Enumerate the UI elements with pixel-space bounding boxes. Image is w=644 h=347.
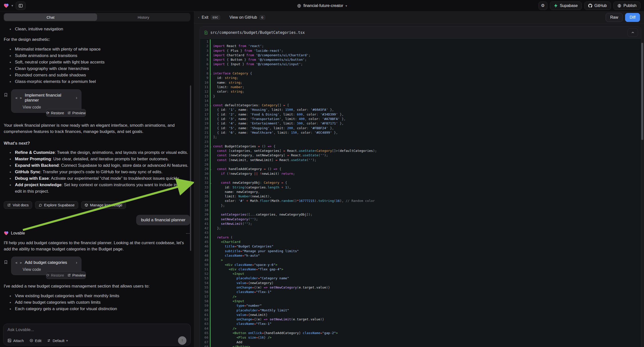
code-line: 61 value={newLimit} [200, 313, 641, 317]
code-line: 35 limit: Number(newLimit), [200, 194, 641, 199]
list-item: View existing budget categories with the… [8, 293, 190, 299]
code-icon: < > [16, 261, 22, 264]
code-line: 68 </Button> [200, 344, 641, 347]
code-line: 65 <Button onClick={handleAddCategory} c… [200, 331, 641, 335]
supabase-icon [554, 4, 558, 8]
chevron-down-icon[interactable]: ▾ [12, 4, 13, 8]
code-editor[interactable]: 12import React from 'react';3import { Pl… [200, 38, 641, 347]
line-number: 54 [200, 281, 210, 285]
code-line: 52 <Input [200, 272, 641, 276]
code-line: 51 <div className="flex gap-4"> [200, 267, 641, 272]
restore-button[interactable]: ⟳ Restore [46, 273, 64, 278]
code-line: 56 className="flex-1" [200, 290, 641, 294]
line-number: 61 [200, 313, 210, 317]
file-header[interactable]: src/components/budget/BudgetCategories.t… [200, 27, 641, 38]
list-item: Add project knowledge: Set key context o… [8, 182, 190, 195]
prompt-input[interactable] [8, 327, 186, 332]
added-paragraph: I've added a new budget categories manag… [4, 283, 190, 289]
restore-icon: ⟳ [46, 273, 50, 278]
target-icon [29, 338, 33, 342]
restore-button[interactable]: ⟳ Restore [46, 111, 64, 115]
list-item: Soft, neutral color palette with light b… [8, 59, 190, 66]
code-line: 11 limit: number; [200, 85, 641, 89]
collapse-file-button[interactable] [628, 28, 638, 37]
sidebar-toggle-button[interactable] [16, 2, 26, 10]
line-number: 45 [200, 240, 210, 244]
code-line: 41 setNewLimit(''); [200, 222, 641, 226]
send-button[interactable]: ↑ [178, 336, 186, 345]
publish-button[interactable]: Publish [614, 2, 640, 10]
message-menu-button[interactable]: ⋯ [186, 231, 190, 236]
line-number: 48 [200, 254, 210, 258]
chevron-left-icon: ‹ [198, 16, 199, 19]
preview-button[interactable]: Preview [68, 273, 86, 277]
preview-button[interactable]: Preview [68, 111, 86, 115]
code-line: 29 const handleAddCategory = () => { [200, 167, 641, 171]
list-item: Add new budget categories with custom li… [8, 299, 190, 306]
line-number: 33 [200, 185, 210, 190]
code-line: 44 return ( [200, 235, 641, 240]
restore-icon: ⟳ [46, 111, 50, 115]
attach-button[interactable]: Attach [8, 338, 24, 343]
manage-knowledge-button[interactable]: Manage knowledge [81, 201, 126, 209]
raw-tab-button[interactable]: Raw [606, 13, 622, 22]
line-number: 43 [200, 230, 210, 235]
visit-docs-button[interactable]: Visit docs [4, 201, 32, 209]
diff-tab-button[interactable]: Diff [625, 13, 640, 22]
code-line: 43 [200, 230, 641, 235]
code-scrollbar[interactable] [641, 43, 643, 140]
line-number: 47 [200, 249, 210, 254]
chat-scrollbar[interactable] [190, 86, 191, 251]
code-line: 34 name: newCategory, [200, 190, 641, 194]
arrow-up-icon: ↑ [181, 338, 184, 343]
image-icon [8, 338, 12, 342]
line-number: 46 [200, 244, 210, 249]
lovable-logo-icon[interactable] [4, 3, 9, 8]
line-number: 31 [200, 176, 210, 180]
list-item: Clean, intuitive navigation [8, 26, 190, 32]
exit-button[interactable]: ‹ Exit ESC [198, 15, 220, 20]
code-line: 8interface Category { [200, 71, 641, 76]
code-line: 7 [200, 67, 641, 71]
code-line: 10 name: string; [200, 80, 641, 85]
edit-mode-button[interactable]: Edit [29, 338, 42, 343]
version-toolbar: ⟳ Restore Preview [46, 109, 86, 117]
code-line: 25 const [categories, setCategories] = R… [200, 148, 641, 153]
line-number: 35 [200, 194, 210, 199]
line-number: 56 [200, 290, 210, 294]
project-switcher[interactable]: financial-future-creator ▾ [297, 0, 347, 12]
code-line: 50 <div className="space-y-6"> [200, 262, 641, 267]
bookmark-icon[interactable] [4, 260, 8, 264]
line-number: 55 [200, 285, 210, 290]
line-number: 32 [200, 180, 210, 185]
line-number: 10 [200, 80, 210, 85]
list-item: Clean typography with clear hierarchies [8, 66, 190, 72]
settings-button[interactable]: ⚙ [538, 2, 548, 10]
code-line: 62 onChange={(e) => setNewLimit(e.target… [200, 317, 641, 322]
github-icon [588, 4, 592, 8]
line-number: 13 [200, 94, 210, 98]
view-on-github-button[interactable]: View on GitHub G [230, 15, 265, 20]
supabase-button[interactable]: Supabase [550, 2, 582, 10]
esc-kbd-badge: ESC [211, 15, 220, 20]
external-link-icon [7, 203, 11, 207]
code-line: 38 [200, 208, 641, 212]
bookmark-icon[interactable] [4, 92, 8, 97]
code-line: 4import ChartCard from '@/components/ui/… [200, 53, 641, 58]
tab-history[interactable]: History [97, 14, 190, 21]
line-number: 3 [200, 48, 210, 53]
line-number: 7 [200, 67, 210, 71]
model-selector[interactable]: Default ▾ [47, 338, 68, 343]
line-number: 19 [200, 121, 210, 126]
code-line: 9 id: string; [200, 76, 641, 80]
github-button[interactable]: GitHub [584, 2, 611, 10]
chevron-right-icon: › [76, 96, 77, 100]
explore-supabase-button[interactable]: Explore Supabase [35, 201, 78, 209]
list-item: Refine & Customize: Tweak the design, an… [8, 149, 190, 156]
line-number: 62 [200, 317, 210, 322]
line-number: 28 [200, 162, 210, 167]
code-line: 5import { Button } from '@/components/ui… [200, 58, 641, 62]
line-number: 63 [200, 322, 210, 326]
line-number: 42 [200, 226, 210, 230]
tab-chat[interactable]: Chat [4, 14, 97, 21]
